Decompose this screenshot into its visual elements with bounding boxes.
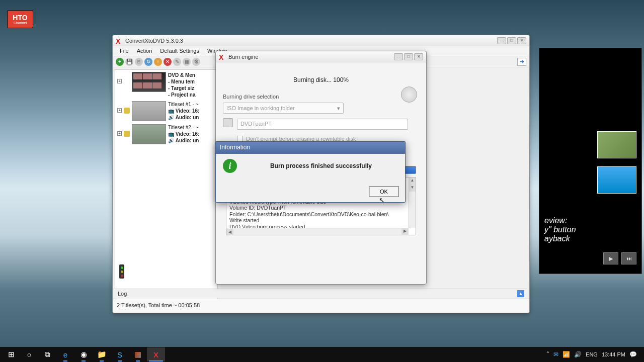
preview-play-button[interactable]: ▶ bbox=[603, 252, 618, 264]
log-vscrollbar[interactable]: ▲ ▼ bbox=[409, 177, 416, 228]
preview-thumb-2[interactable] bbox=[597, 166, 636, 194]
preview-overlay-text: eview: y" button ayback bbox=[544, 216, 576, 243]
toolbar-btn-8[interactable]: ▦ bbox=[183, 58, 191, 66]
titleset2-info: Titleset #2 - ~ 📺 Video: 16: 🔊 Audio: un bbox=[168, 124, 199, 144]
file-explorer-icon[interactable]: 📁 bbox=[93, 347, 111, 361]
tree-titleset-1[interactable]: + Titleset #1 - ~ 📺 Video: 16: 🔊 Audio: … bbox=[117, 101, 215, 121]
convertx-taskbar-icon[interactable]: X bbox=[147, 347, 165, 361]
maximize-button[interactable]: □ bbox=[507, 37, 516, 44]
burn-window-title: Burn engine bbox=[228, 54, 394, 60]
drive-selection-label: Burning drive selection bbox=[223, 94, 419, 100]
information-dialog: Information i Burn process finished succ… bbox=[215, 141, 406, 203]
app-icon: X bbox=[116, 37, 123, 44]
titleset2-thumbnail bbox=[132, 124, 166, 144]
menu-default-settings[interactable]: Default Settings bbox=[156, 46, 203, 56]
ok-button[interactable]: OK bbox=[369, 186, 399, 197]
volume-icon bbox=[223, 118, 233, 127]
expand-icon[interactable]: + bbox=[117, 131, 122, 136]
tray-chevron-icon[interactable]: ˄ bbox=[546, 351, 549, 358]
system-tray[interactable]: ˄ ✉ 📶 🔊 ENG 13:44 PM 💬 bbox=[546, 351, 642, 358]
refresh-button[interactable]: ↻ bbox=[144, 58, 152, 66]
folder-icon bbox=[124, 131, 130, 137]
app-icon: X bbox=[219, 53, 226, 60]
burn-maximize-button[interactable]: □ bbox=[404, 53, 413, 60]
dvd-menu-thumbnail bbox=[132, 72, 166, 92]
burn-minimize-button[interactable]: — bbox=[394, 53, 403, 60]
info-dialog-message: Burn process finished successfully bbox=[244, 162, 398, 169]
logo-sub-text: Channel bbox=[14, 21, 27, 25]
titleset1-thumbnail bbox=[132, 101, 166, 121]
disc-icon bbox=[401, 86, 417, 103]
preview-thumb-1[interactable] bbox=[597, 131, 636, 158]
language-indicator[interactable]: ENG bbox=[586, 351, 598, 357]
app-icon-1[interactable]: ▦ bbox=[129, 347, 147, 361]
save-button[interactable]: 💾 bbox=[125, 58, 133, 66]
toolbar-btn-9[interactable]: ⚙ bbox=[192, 58, 200, 66]
preview-next-button[interactable]: ⏭ bbox=[621, 252, 636, 264]
drive-selection-combo[interactable]: ISO Image in working folder bbox=[223, 103, 344, 114]
close-button[interactable]: ✕ bbox=[517, 37, 526, 44]
status-bar: 2 Titleset(s), Total time ~ 00:05:58 bbox=[113, 299, 529, 313]
volume-icon[interactable]: 🔊 bbox=[574, 351, 582, 358]
volume-name-value: DVDTuanPT bbox=[240, 121, 272, 127]
start-button[interactable]: ⊞ bbox=[2, 347, 20, 361]
volume-name-input[interactable]: DVDTuanPT bbox=[237, 119, 408, 130]
log-label: Log bbox=[118, 291, 127, 297]
outlook-icon[interactable]: ✉ bbox=[553, 351, 558, 358]
video-preview-pane: eview: y" button ayback ▶ ⏭ bbox=[539, 48, 642, 274]
logo-main-text: HTO bbox=[13, 14, 27, 21]
minimize-button[interactable]: — bbox=[497, 37, 506, 44]
main-titlebar[interactable]: X ConvertXtoDVD 5.3.0.3 — □ ✕ bbox=[113, 35, 529, 46]
project-tree[interactable]: + DVD & Men - Menu tem - Target siz - Pr… bbox=[115, 69, 218, 307]
burn-titlebar[interactable]: X Burn engine — □ ✕ bbox=[216, 51, 426, 62]
toolbar-btn-7[interactable]: ✎ bbox=[173, 58, 181, 66]
main-window-title: ConvertXtoDVD 5.3.0.3 bbox=[125, 38, 497, 44]
info-dialog-title: Information bbox=[216, 142, 405, 154]
task-view-icon[interactable]: ⧉ bbox=[38, 347, 56, 361]
status-traffic-light bbox=[119, 264, 124, 279]
edge-icon[interactable]: e bbox=[56, 347, 74, 361]
network-icon[interactable]: 📶 bbox=[562, 351, 570, 358]
chrome-icon[interactable]: ◉ bbox=[74, 347, 93, 361]
expand-icon[interactable]: + bbox=[117, 79, 122, 83]
add-button[interactable]: + bbox=[116, 58, 124, 66]
status-text: 2 Titleset(s), Total time ~ 00:05:58 bbox=[117, 302, 200, 308]
channel-logo: HTO Channel bbox=[7, 10, 33, 28]
dvd-menu-info: DVD & Men - Menu tem - Target siz - Proj… bbox=[168, 72, 195, 98]
burn-close-button[interactable]: ✕ bbox=[414, 53, 423, 60]
scroll-down-icon[interactable]: ▼ bbox=[409, 185, 416, 192]
titleset1-info: Titleset #1 - ~ 📺 Video: 16: 🔊 Audio: un bbox=[168, 101, 199, 121]
menu-file[interactable]: File bbox=[116, 46, 133, 56]
notification-icon[interactable]: 💬 bbox=[629, 351, 637, 358]
log-expand-button[interactable]: ▲ bbox=[517, 290, 524, 297]
scroll-right-icon[interactable]: ▶ bbox=[401, 228, 409, 235]
up-button[interactable]: ↑ bbox=[154, 58, 162, 66]
clock[interactable]: 13:44 PM bbox=[602, 351, 625, 357]
menu-action[interactable]: Action bbox=[133, 46, 156, 56]
toolbar-btn-3[interactable]: ⎘ bbox=[135, 58, 143, 66]
tree-titleset-2[interactable]: + Titleset #2 - ~ 📺 Video: 16: 🔊 Audio: … bbox=[117, 124, 215, 144]
tree-dvd-menu-item[interactable]: + DVD & Men - Menu tem - Target siz - Pr… bbox=[117, 72, 215, 98]
log-bar[interactable]: Log ▲ bbox=[115, 289, 527, 298]
skype-icon[interactable]: S bbox=[111, 347, 129, 361]
burn-status-text: Burning disk... 100% bbox=[223, 76, 419, 83]
windows-taskbar[interactable]: ⊞ ○ ⧉ e ◉ 📁 S ▦ X ˄ ✉ 📶 🔊 ENG 13:44 PM 💬 bbox=[0, 347, 644, 362]
expand-icon[interactable]: + bbox=[117, 108, 122, 113]
drive-selection-value: ISO Image in working folder bbox=[226, 105, 295, 111]
scroll-up-icon[interactable]: ▲ bbox=[409, 177, 416, 185]
info-icon: i bbox=[223, 159, 237, 173]
scroll-left-icon[interactable]: ◀ bbox=[226, 229, 233, 235]
cortana-icon[interactable]: ○ bbox=[20, 347, 38, 361]
delete-button[interactable]: ✕ bbox=[164, 58, 172, 66]
folder-icon bbox=[124, 108, 130, 114]
forward-arrow-button[interactable]: ➔ bbox=[517, 58, 526, 66]
log-hscrollbar[interactable]: ◀ ▶ bbox=[226, 228, 409, 235]
